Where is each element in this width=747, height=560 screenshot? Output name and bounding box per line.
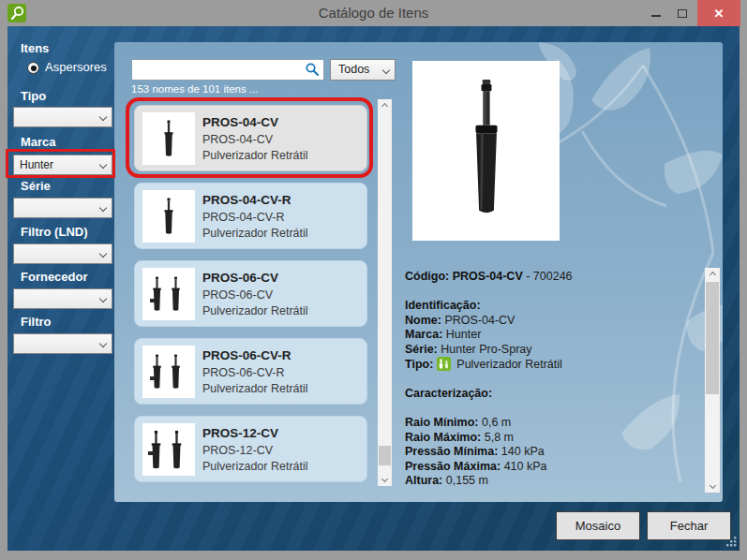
minimize-button[interactable]	[643, 0, 669, 26]
minimize-icon	[651, 15, 661, 17]
item-thumbnail-sprinkler-icon	[142, 190, 195, 243]
titlebar: Catálogo de Itens ✕	[0, 0, 747, 26]
list-item-pros-04-cv-r[interactable]: PROS-04-CV-R PROS-04-CV-R Pulverizador R…	[134, 183, 367, 249]
chevron-down-icon	[99, 161, 107, 169]
search-box	[131, 59, 324, 81]
list-item-pros-04-cv[interactable]: PROS-04-CV PROS-04-CV Pulverizador Retrá…	[134, 105, 367, 171]
marca-field: Marca: Hunter	[405, 328, 694, 343]
details-scrollbar-thumb[interactable]	[706, 282, 719, 394]
serie-label: Série	[21, 179, 51, 193]
list-item-pros-12-cv[interactable]: PROS-12-CV PROS-12-CV Pulverizador Retrá…	[134, 416, 367, 482]
list-item-pros-06-cv-r[interactable]: PROS-06-CV-R PROS-06-CV-R Pulverizador R…	[134, 338, 367, 405]
details-pane: Código: PROS-04-CV - 700246 Identificaçã…	[405, 270, 694, 489]
list-scrollbar-thumb[interactable]	[379, 446, 391, 465]
item-thumbnail-sprinkler-icon	[142, 112, 195, 165]
scope-dropdown[interactable]: Todos	[330, 59, 396, 81]
raio-minimo-spec: Raio Mínimo: 0,6 m	[405, 416, 694, 431]
item-thumbnail-sprinkler-icon	[142, 423, 195, 476]
marca-dropdown[interactable]: Hunter	[13, 155, 112, 175]
serie-dropdown[interactable]	[13, 198, 112, 218]
raio-maximo-spec: Raio Máximo: 5,8 m	[405, 431, 694, 446]
fornecedor-label: Fornecedor	[21, 270, 88, 284]
results-summary: 153 nomes de 101 itens ...	[131, 83, 259, 95]
nome-field: Nome: PROS-04-CV	[405, 314, 694, 329]
fechar-button[interactable]: Fechar	[647, 511, 731, 540]
caracterizacao-header: Caracterização:	[405, 387, 492, 400]
filtro-dropdown[interactable]	[13, 333, 112, 354]
list-item-pros-06-cv[interactable]: PROS-06-CV PROS-06-CV Pulverizador Retrá…	[134, 260, 367, 327]
identificacao-header: Identificação:	[405, 299, 481, 312]
fornecedor-dropdown[interactable]	[13, 288, 112, 309]
item-thumbnail-sprinkler-icon	[142, 268, 195, 320]
window-title: Catálogo de Itens	[0, 0, 747, 26]
window: Catálogo de Itens ✕ Itens Aspersores Tip…	[0, 0, 747, 560]
item-thumbnail-sprinkler-icon	[142, 346, 195, 398]
scroll-down-icon[interactable]	[705, 479, 720, 493]
marca-label: Marca	[21, 135, 56, 149]
aspersores-radio-label: Aspersores	[45, 60, 107, 74]
altura-spec: Altura: 0,155 m	[405, 474, 694, 489]
search-input[interactable]	[132, 60, 323, 80]
filtro-lnd-label: Filtro (LND)	[21, 225, 87, 239]
chevron-down-icon	[99, 113, 107, 121]
pressao-maxima-spec: Pressão Máxima: 410 kPa	[405, 460, 694, 475]
sprinkler-type-icon	[437, 357, 451, 371]
close-icon: ✕	[714, 7, 725, 21]
itens-group-label: Itens	[21, 41, 49, 55]
close-button[interactable]: ✕	[697, 0, 740, 26]
filtro-lnd-dropdown[interactable]	[13, 243, 112, 264]
tipo-dropdown[interactable]	[13, 107, 112, 127]
maximize-icon	[678, 9, 687, 18]
tipo-field: Tipo: Pulverizador Retrátil	[405, 357, 694, 373]
pressao-minima-spec: Pressão Mínima: 140 kPa	[405, 445, 694, 460]
search-icon[interactable]	[304, 62, 321, 79]
mosaico-button[interactable]: Mosaico	[556, 511, 640, 540]
scroll-up-icon[interactable]	[378, 99, 392, 113]
scroll-down-icon[interactable]	[378, 472, 392, 486]
details-scrollbar[interactable]	[705, 268, 720, 493]
scroll-up-icon[interactable]	[705, 268, 720, 282]
maximize-button[interactable]	[669, 0, 695, 26]
aspersores-radio[interactable]	[27, 62, 39, 74]
tipo-label: Tipo	[21, 89, 46, 103]
chevron-down-icon	[99, 204, 107, 212]
chevron-down-icon	[99, 250, 107, 258]
list-scrollbar[interactable]	[378, 99, 392, 486]
chevron-down-icon	[99, 295, 107, 302]
codigo-line: Código: PROS-04-CV - 700246	[405, 270, 694, 285]
filtro-label: Filtro	[21, 315, 52, 329]
resize-grip[interactable]	[723, 533, 738, 548]
serie-field: Série: Hunter Pro-Spray	[405, 343, 694, 358]
chevron-down-icon	[382, 66, 390, 74]
product-image	[412, 61, 560, 241]
chevron-down-icon	[99, 340, 107, 347]
